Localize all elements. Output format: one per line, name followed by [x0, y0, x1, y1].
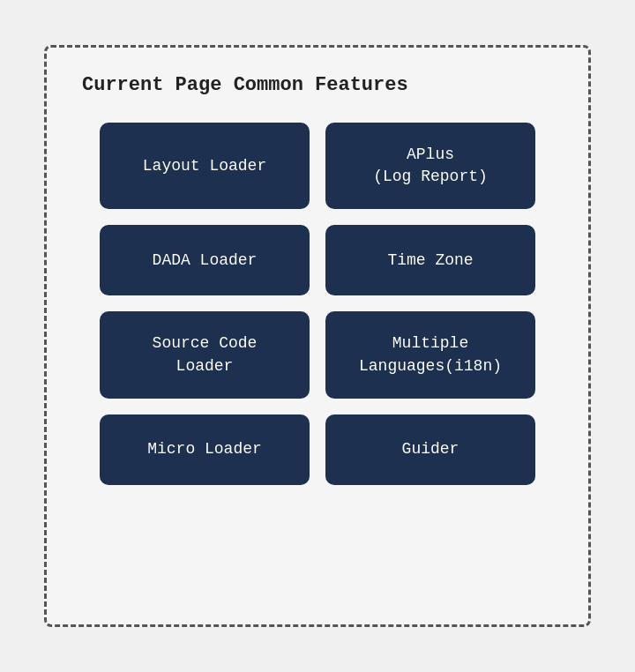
button-micro-loader[interactable]: Micro Loader: [100, 414, 310, 485]
button-dada-loader[interactable]: DADA Loader: [100, 225, 310, 295]
button-multiple-languages[interactable]: Multiple Languages(i18n): [325, 311, 535, 398]
button-layout-loader[interactable]: Layout Loader: [100, 123, 310, 209]
button-source-code-loader[interactable]: Source Code Loader: [100, 311, 310, 398]
button-guider[interactable]: Guider: [325, 414, 535, 485]
section-title: Current Page Common Features: [82, 74, 553, 96]
button-time-zone[interactable]: Time Zone: [325, 225, 535, 295]
button-aplus-log-report[interactable]: APlus (Log Report): [325, 123, 535, 209]
features-grid: Layout LoaderAPlus (Log Report)DADA Load…: [82, 123, 553, 485]
feature-panel: Current Page Common Features Layout Load…: [44, 45, 591, 627]
